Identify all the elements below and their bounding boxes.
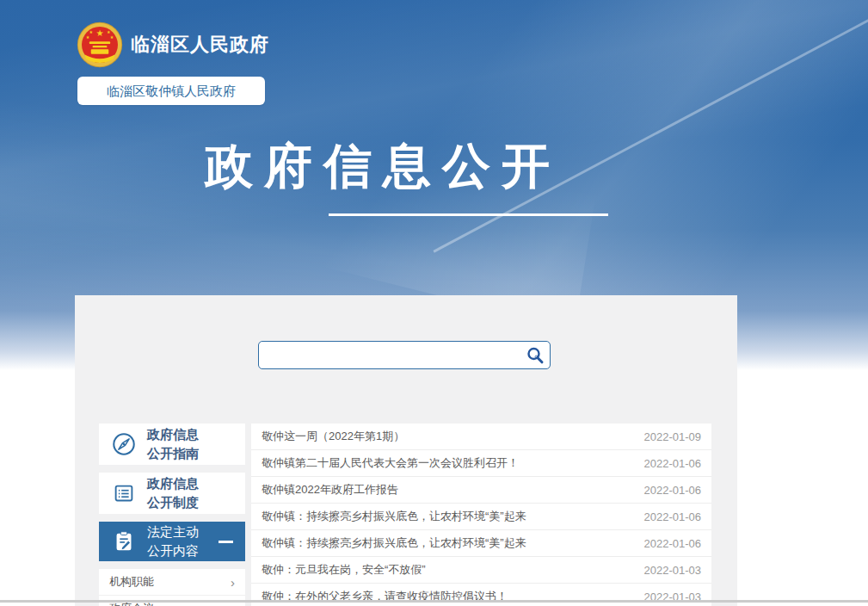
news-date: 2022-01-06 <box>644 457 702 470</box>
news-row[interactable]: 敬仲这一周（2022年第1期） 2022-01-09 <box>251 424 711 450</box>
news-title[interactable]: 敬仲镇：持续擦亮乡村振兴底色，让农村环境“美”起来 <box>262 535 526 551</box>
news-date: 2022-01-06 <box>644 537 702 550</box>
sidebar: 政府信息 公开指南 政府信息 公开制度 <box>99 424 245 606</box>
news-row[interactable]: 敬仲：元旦我在岗，安全“不放假” 2022-01-03 <box>251 557 711 584</box>
document-icon <box>111 480 137 506</box>
search-box <box>258 341 551 369</box>
banner-streak <box>433 8 868 252</box>
svg-text:★: ★ <box>86 34 90 40</box>
news-date: 2022-01-06 <box>644 510 702 523</box>
news-title[interactable]: 敬仲镇：持续擦亮乡村振兴底色，让农村环境“美”起来 <box>262 509 526 524</box>
news-list: 敬仲这一周（2022年第1期） 2022-01-09 敬仲镇第二十届人民代表大会… <box>251 424 711 606</box>
news-date: 2022-01-09 <box>644 430 702 443</box>
chevron-right-icon: › <box>231 575 235 590</box>
national-emblem-icon: ★ ★ ★ ★ ★ <box>76 21 124 69</box>
news-title[interactable]: 敬仲这一周（2022年第1期） <box>262 429 404 444</box>
submenu-item[interactable]: 机构职能 › <box>99 569 245 596</box>
news-date: 2022-01-03 <box>644 564 702 577</box>
sidebar-item-rules[interactable]: 政府信息 公开制度 <box>99 473 245 514</box>
news-title[interactable]: 敬仲镇第二十届人民代表大会第一次会议胜利召开！ <box>262 455 519 471</box>
news-row[interactable]: 敬仲镇：持续擦亮乡村振兴底色，让农村环境“美”起来 2022-01-06 <box>251 530 711 557</box>
search-icon <box>526 346 545 365</box>
compass-icon <box>111 431 137 457</box>
sidebar-item-guide[interactable]: 政府信息 公开指南 <box>99 424 245 465</box>
sidebar-item-label: 政府信息 公开指南 <box>147 425 199 463</box>
news-title[interactable]: 敬仲镇2022年政府工作报告 <box>262 482 398 498</box>
clipboard-edit-icon <box>111 529 137 554</box>
search-input[interactable] <box>259 342 520 368</box>
news-row[interactable]: 敬仲：在外的父老乡亲，请查收疫情防控倡议书！ 2022-01-03 <box>251 584 711 606</box>
news-date: 2022-01-06 <box>644 484 702 497</box>
svg-text:★: ★ <box>89 29 93 34</box>
news-title[interactable]: 敬仲：元旦我在岗，安全“不放假” <box>262 562 426 578</box>
news-row[interactable]: 敬仲镇：持续擦亮乡村振兴底色，让农村环境“美”起来 2022-01-06 <box>251 504 711 530</box>
title-underline <box>329 213 608 216</box>
sidebar-item-legal-disclosure[interactable]: 法定主动 公开内容 <box>99 522 245 561</box>
viewport-bottom-edge <box>0 600 868 603</box>
search-button[interactable] <box>520 342 550 368</box>
collapse-minus-icon <box>219 541 233 543</box>
svg-text:★: ★ <box>95 28 103 38</box>
page-title: 政府信息公开 <box>0 134 766 200</box>
sidebar-item-label: 法定主动 公开内容 <box>147 523 199 560</box>
news-row[interactable]: 敬仲镇第二十届人民代表大会第一次会议胜利召开！ 2022-01-06 <box>251 450 711 477</box>
svg-text:★: ★ <box>110 34 114 40</box>
svg-text:★: ★ <box>107 29 111 34</box>
site-title[interactable]: 临淄区人民政府 <box>131 32 269 58</box>
sub-site-button[interactable]: 临淄区敬仲镇人民政府 <box>77 77 265 105</box>
submenu-item-label: 机构职能 <box>109 574 154 590</box>
news-row[interactable]: 敬仲镇2022年政府工作报告 2022-01-06 <box>251 477 711 504</box>
sidebar-item-label: 政府信息 公开制度 <box>147 474 199 512</box>
